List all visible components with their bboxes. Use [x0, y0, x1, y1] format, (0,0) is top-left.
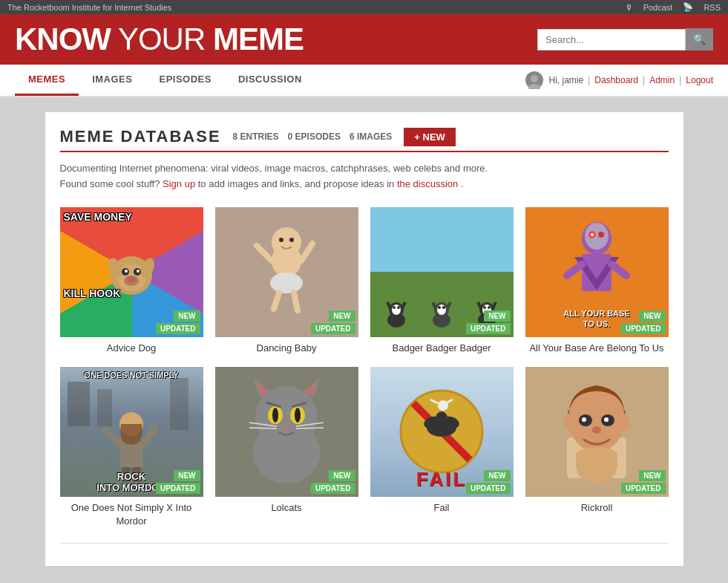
svg-line-30 [433, 302, 436, 308]
svg-point-0 [531, 75, 538, 82]
rickroll-label: Rickroll [525, 501, 669, 515]
discussion-link[interactable]: the discussion [397, 178, 458, 189]
ayb-badges: New Updated [618, 307, 669, 337]
svg-point-86 [620, 415, 630, 430]
new-button[interactable]: + NEW [404, 128, 456, 146]
svg-point-6 [125, 270, 128, 273]
meme-thumb-dancing-baby: New Updated [215, 207, 358, 337]
entries-count: 8 ENTRIES [233, 131, 279, 142]
images-count: 6 IMAGES [350, 131, 392, 142]
advice-dog-label: Advice Dog [60, 342, 203, 355]
svg-point-90 [604, 417, 609, 422]
svg-point-64 [272, 408, 278, 423]
dancing-baby-badge-new: New [329, 310, 355, 322]
svg-point-32 [437, 304, 446, 315]
lolcats-badge-new: New [329, 470, 355, 481]
rickroll-badges: New Updated [618, 467, 669, 497]
one-does-not-badge-new: New [174, 470, 200, 481]
db-stats: 8 ENTRIES 0 EPISODES 6 IMAGES [233, 131, 393, 142]
lolcats-badge-updated: Updated [311, 483, 355, 494]
dancing-baby-label: Dancing Baby [215, 342, 358, 355]
meme-card-fail[interactable]: FAIL New Updated Fail [370, 367, 514, 528]
nav-left: MEMES IMAGES EPISODES DISCUSSION [15, 65, 315, 96]
meme-card-ayb[interactable]: ALL YOUR BASETO US. New Updated All Your… [525, 207, 669, 355]
svg-point-33 [438, 306, 441, 309]
nav-discussion[interactable]: DISCUSSION [225, 65, 315, 96]
logout-link[interactable]: Logout [686, 75, 713, 85]
one-does-not-badge-updated: Updated [156, 483, 200, 494]
svg-line-19 [274, 293, 279, 309]
signup-link[interactable]: Sign up [163, 178, 195, 189]
svg-point-65 [295, 408, 301, 423]
rickroll-badge-new: New [639, 470, 665, 481]
meme-card-one-does-not[interactable]: ONE DOES NOT SIMPLY ROCKINTO MORDOR New … [60, 367, 203, 528]
nav-episodes[interactable]: EPISODES [145, 65, 224, 96]
meme-card-badger[interactable]: New Updated Badger Badger Badger [370, 207, 514, 355]
podcast-link[interactable]: Podcast [643, 3, 673, 12]
ayb-badge-new: New [639, 310, 665, 322]
sep1: | [588, 75, 590, 85]
advice-dog-badges: New Updated [153, 307, 203, 337]
svg-point-27 [397, 306, 400, 309]
svg-point-46 [598, 232, 604, 238]
meme-card-advice-dog[interactable]: save money kill hook New Updated Advice … [60, 207, 203, 355]
badger-badges: New Updated [463, 307, 514, 337]
fail-badges: New Updated [463, 467, 514, 497]
header: KNOW YOUR MEME 🔍 [0, 14, 728, 65]
admin-link[interactable]: Admin [649, 75, 675, 85]
meme-thumb-fail: FAIL New Updated [370, 367, 514, 497]
svg-point-1 [528, 84, 540, 89]
db-divider [60, 151, 669, 152]
svg-point-15 [289, 238, 294, 242]
db-description: Documenting Internet phenomena: viral vi… [60, 161, 669, 192]
dashboard-link[interactable]: Dashboard [594, 75, 638, 85]
meme-card-rickroll[interactable]: New Updated Rickroll [525, 367, 669, 528]
topbar: The Rocketboom Institute for Internet St… [0, 0, 728, 14]
badger-badge-updated: Updated [466, 323, 511, 334]
svg-line-72 [296, 428, 324, 429]
svg-point-91 [592, 426, 601, 434]
search-input[interactable] [537, 29, 686, 51]
meme-thumb-badger: New Updated [370, 207, 514, 337]
rickroll-badge-updated: Updated [621, 483, 666, 494]
description-text-2: Found some cool stuff? [60, 178, 160, 189]
svg-line-49 [611, 264, 626, 276]
advice-dog-badge-new: New [174, 310, 200, 322]
one-does-not-label: One Does Not Simply X Into Mordor [60, 501, 203, 528]
user-greeting: Hi, jamie [549, 75, 584, 85]
meme-grid: save money kill hook New Updated Advice … [60, 207, 669, 529]
fail-badge-new: New [484, 470, 510, 481]
logo-know: KNOW [15, 22, 111, 56]
nav: MEMES IMAGES EPISODES DISCUSSION Hi, jam… [0, 65, 728, 97]
svg-point-89 [582, 417, 586, 422]
badger-label: Badger Badger Badger [370, 342, 514, 355]
sep2: | [643, 75, 645, 85]
fail-label: Fail [370, 501, 514, 515]
svg-point-45 [591, 233, 594, 236]
meme-thumb-ayb: ALL YOUR BASETO US. New Updated [525, 207, 669, 337]
dancing-baby-badge-updated: Updated [311, 323, 355, 334]
meme-card-lolcats[interactable]: New Updated Lolcats [215, 367, 358, 528]
svg-point-43 [585, 223, 609, 250]
svg-line-24 [402, 302, 405, 308]
svg-point-79 [436, 411, 447, 425]
svg-line-48 [567, 264, 582, 276]
search-bar: 🔍 [537, 28, 713, 51]
logo-meme: MEME [213, 22, 304, 56]
svg-line-31 [447, 302, 450, 308]
rss-link[interactable]: RSS [704, 3, 721, 12]
meme-thumb-one-does-not: ONE DOES NOT SIMPLY ROCKINTO MORDOR New … [60, 367, 203, 497]
discussion-period: . [461, 178, 464, 189]
meme-thumb-lolcats: New Updated [215, 367, 358, 497]
svg-line-17 [301, 244, 312, 261]
nav-images[interactable]: IMAGES [79, 65, 145, 96]
svg-line-70 [249, 428, 277, 429]
nav-right: Hi, jamie | Dashboard | Admin | Logout [525, 71, 714, 89]
svg-point-85 [563, 415, 574, 430]
dancing-baby-badges: New Updated [308, 307, 358, 337]
svg-point-57 [255, 386, 318, 449]
search-button[interactable]: 🔍 [686, 28, 713, 51]
nav-memes[interactable]: MEMES [15, 65, 79, 96]
description-text-3: to add images and links, and propose ide… [198, 178, 395, 189]
meme-card-dancing-baby[interactable]: New Updated Dancing Baby [215, 207, 358, 355]
